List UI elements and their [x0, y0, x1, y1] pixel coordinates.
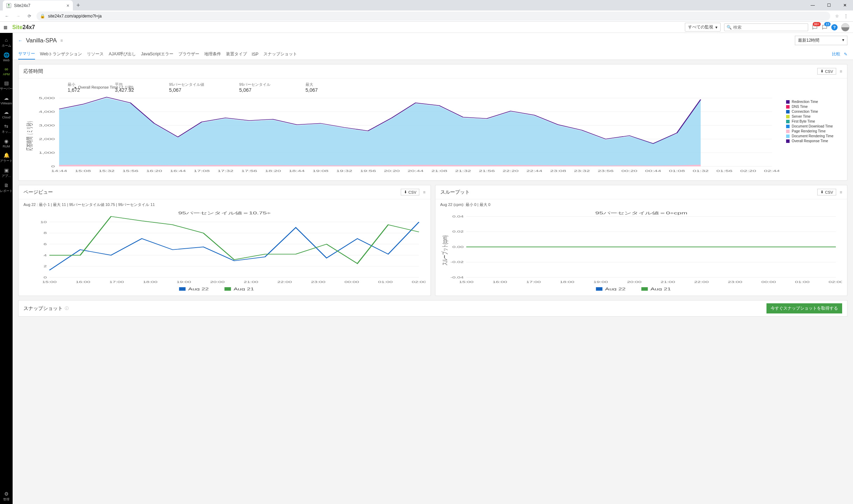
- notifications-badge: 13: [824, 22, 831, 26]
- close-window-button[interactable]: ✕: [837, 0, 853, 11]
- sidebar-item-vmware[interactable]: ☁VMware: [0, 93, 13, 107]
- csv-export-button[interactable]: ⬇CSV: [817, 189, 836, 195]
- svg-text:4,000: 4,000: [39, 110, 55, 113]
- maximize-button[interactable]: ☐: [821, 0, 837, 11]
- tab-geo[interactable]: 地理条件: [204, 49, 221, 59]
- svg-text:8: 8: [43, 231, 47, 235]
- svg-text:16:00: 16:00: [76, 280, 90, 284]
- take-snapshot-button[interactable]: 今すぐスナップショットを取得する: [766, 303, 842, 313]
- browser-menu-icon[interactable]: ⋮: [844, 14, 848, 19]
- svg-text:22:44: 22:44: [526, 169, 542, 173]
- browser-tab[interactable]: Site24x7 ×: [3, 0, 73, 11]
- svg-rect-71: [225, 287, 231, 291]
- sidebar-item-settings[interactable]: ⚙管理: [0, 489, 13, 504]
- sidebar-item-server[interactable]: ▤サーバー: [0, 78, 13, 93]
- svg-text:19:56: 19:56: [360, 169, 376, 173]
- sidebar-item-app[interactable]: ▣アプ...: [0, 165, 13, 180]
- search-icon: 🔍: [727, 25, 732, 30]
- monitor-select[interactable]: すべての監視 ▾: [685, 23, 721, 32]
- panel-menu-icon[interactable]: ≡: [423, 190, 425, 195]
- favicon-icon: [6, 3, 11, 8]
- csv-export-button[interactable]: ⬇CSV: [401, 189, 420, 195]
- svg-text:23:32: 23:32: [574, 169, 590, 173]
- sidebar-item-web[interactable]: 🌐Web: [0, 50, 13, 64]
- svg-text:Aug 22: Aug 22: [188, 287, 209, 291]
- svg-text:01:32: 01:32: [693, 169, 709, 173]
- svg-text:02:00: 02:00: [412, 280, 425, 284]
- alerts-badge: 99+: [813, 22, 821, 26]
- response-time-chart: 01,0002,0003,0004,0005,00014:4415:0815:3…: [23, 96, 779, 173]
- tab-device[interactable]: 装置タイプ: [226, 49, 247, 59]
- tab-resources[interactable]: リソース: [87, 49, 104, 59]
- search-box[interactable]: 🔍: [724, 23, 808, 31]
- panel-menu-icon[interactable]: ≡: [840, 190, 842, 195]
- address-bar: ← → ⟳ 🔒 site24x7.com/app/demo?l=ja ☆ ⋮: [0, 11, 853, 22]
- apps-grid-icon[interactable]: ▦: [4, 25, 7, 30]
- reload-button[interactable]: ⟳: [25, 14, 34, 19]
- sidebar-item-alert[interactable]: 🔔アラート: [0, 150, 13, 165]
- svg-text:23:08: 23:08: [550, 169, 566, 173]
- time-range-select[interactable]: 最新12時間 ▾: [795, 36, 847, 45]
- tab-close-icon[interactable]: ×: [67, 3, 69, 8]
- svg-text:16:20: 16:20: [146, 169, 162, 173]
- svg-text:22:00: 22:00: [277, 280, 292, 284]
- search-input[interactable]: [733, 25, 806, 30]
- svg-text:23:00: 23:00: [728, 280, 742, 284]
- svg-text:16:44: 16:44: [170, 169, 186, 173]
- back-button[interactable]: ←: [3, 14, 11, 19]
- forward-button[interactable]: →: [14, 14, 22, 19]
- new-tab-button[interactable]: +: [73, 2, 84, 9]
- lock-icon: 🔒: [40, 14, 45, 19]
- response-legend: Redirection TimeDNS TimeConnection TimeS…: [779, 96, 842, 173]
- tab-ajax[interactable]: AJAX呼び出し: [109, 49, 136, 59]
- sidebar-item-network[interactable]: ⇆ネッ...: [0, 121, 13, 136]
- svg-text:17:32: 17:32: [218, 169, 234, 173]
- svg-text:Aug 21: Aug 21: [650, 287, 671, 291]
- pageview-stats: Aug 22 : 最小 1 | 最大 11 | 95パーセンタイル値 10.75…: [19, 199, 431, 210]
- svg-text:-0.04: -0.04: [450, 276, 464, 279]
- csv-export-button[interactable]: ⬇CSV: [817, 68, 836, 75]
- svg-text:17:08: 17:08: [194, 169, 210, 173]
- avatar[interactable]: [841, 23, 849, 32]
- tab-browser[interactable]: ブラウザー: [178, 49, 199, 59]
- sidebar-item-report[interactable]: 🗎レポート: [0, 180, 13, 195]
- tab-summary[interactable]: サマリー: [18, 49, 35, 60]
- back-arrow-icon[interactable]: ←: [18, 38, 22, 43]
- logo[interactable]: Site24x7: [12, 24, 35, 30]
- minimize-button[interactable]: —: [805, 0, 821, 11]
- compare-link[interactable]: 比較: [832, 51, 840, 57]
- svg-text:15:32: 15:32: [99, 169, 115, 173]
- globe-icon: 🌐: [4, 52, 9, 58]
- gear-icon: ⚙: [4, 491, 9, 497]
- page-menu-icon[interactable]: ≡: [60, 38, 63, 43]
- response-time-panel: 応答時間 ⬇CSV ≡ ▸Overall Response Time (ミリ秒)…: [18, 64, 847, 181]
- info-icon[interactable]: ⓘ: [65, 306, 69, 311]
- expand-icon[interactable]: ▸: [75, 85, 77, 90]
- tab-web-transactions[interactable]: Webトランザクション: [40, 49, 82, 59]
- sidebar-item-rum[interactable]: ◉RUM: [0, 136, 13, 150]
- svg-text:-0.02: -0.02: [450, 260, 463, 264]
- bookmark-icon[interactable]: ☆: [835, 14, 839, 19]
- tab-title: Site24x7: [14, 3, 30, 8]
- svg-text:20:00: 20:00: [210, 280, 225, 284]
- snapshot-title: スナップショット ⓘ: [23, 305, 69, 312]
- tab-isp[interactable]: ISP: [252, 50, 259, 59]
- panel-menu-icon[interactable]: ≡: [840, 69, 842, 74]
- edit-icon[interactable]: ✎: [844, 52, 847, 57]
- alerts-icon[interactable]: 99+: [812, 24, 818, 30]
- svg-text:20:20: 20:20: [384, 169, 400, 173]
- sidebar-item-apm[interactable]: ∞APM: [0, 64, 13, 78]
- svg-text:21:32: 21:32: [455, 169, 471, 173]
- omnibox[interactable]: 🔒 site24x7.com/app/demo?l=ja: [36, 12, 830, 21]
- page-header: ← Vanilla-SPA ≡ 最新12時間 ▾ サマリー Webトランザクショ…: [13, 33, 853, 60]
- sidebar-item-home[interactable]: ⌂ホーム: [0, 35, 13, 50]
- svg-text:02:20: 02:20: [740, 169, 756, 173]
- help-icon[interactable]: ?: [831, 24, 838, 30]
- tab-js-errors[interactable]: JavaScriptエラー: [141, 49, 173, 59]
- notifications-icon[interactable]: 13: [821, 24, 828, 30]
- svg-rect-98: [641, 287, 648, 291]
- svg-text:18:20: 18:20: [265, 169, 281, 173]
- sidebar-item-cloud[interactable]: ☁Cloud: [0, 107, 13, 121]
- tab-snapshot[interactable]: スナップショット: [263, 49, 297, 59]
- app-header: ▦ Site24x7 すべての監視 ▾ 🔍 99+ 13 ?: [0, 22, 853, 33]
